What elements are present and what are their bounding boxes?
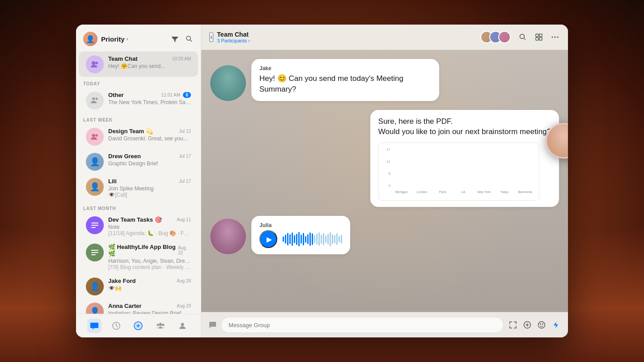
jake-ford-preview: 👁️🙌 — [108, 285, 191, 291]
nav-profile[interactable] — [175, 319, 190, 333]
chat-header: ‹ Team Chat 3 Participants › — [201, 25, 568, 50]
lightning-button[interactable] — [551, 320, 561, 330]
chat-item-other[interactable]: Other 11:01 AM 6 The New York Times, Pro… — [79, 88, 198, 113]
healthylife-time: Aug 22 — [178, 245, 191, 255]
add-button[interactable] — [522, 320, 532, 330]
other-badge: 6 — [183, 92, 191, 98]
jake-ford-name: Jake Ford — [108, 278, 136, 284]
svg-point-34 — [538, 322, 545, 328]
participant-avatar-3 — [498, 31, 511, 43]
app-window: 👤 Priority › — [76, 25, 568, 337]
chat-item-team-chat[interactable]: Team Chat 10:20 AM Hey! 🤗Can you send... — [79, 52, 198, 77]
chat-header-subtitle[interactable]: 3 Participants › — [217, 38, 480, 43]
lili-avatar: 👤 — [86, 178, 104, 196]
sidebar-title: Priority › — [101, 35, 128, 43]
jake-bubble: Jake Hey! 😊 Can you send me today's Meet… — [251, 59, 439, 101]
dev-team-name: Dev Team Tasks 🎯 — [108, 216, 162, 223]
chat-item-anna-carter[interactable]: 👤 Anna Carter Aug 29 Invitation: Review … — [79, 299, 198, 314]
design-team-info: Design Team 💫 Jul 12 David Grosenki: Gre… — [108, 128, 191, 142]
svg-rect-24 — [536, 34, 538, 37]
nav-chat[interactable] — [87, 319, 102, 333]
nav-compose[interactable] — [131, 319, 145, 333]
chat-header-info: Team Chat 3 Participants › — [217, 31, 480, 43]
message-outgoing: Sure, here is the PDF.Would you like to … — [210, 110, 559, 207]
audio-waveform — [283, 231, 342, 247]
nav-contacts[interactable] — [153, 319, 168, 333]
dev-team-preview: Note — [108, 224, 191, 230]
dev-team-preview2: [11/18] Agenda: 🐛 · Bug 🎨 · Feature ⚙️ — [108, 230, 191, 236]
julia-bubble: Julia ▶ — [251, 216, 350, 254]
chat-item-jake-ford[interactable]: 👤 Jake Ford Aug 28 👁️🙌 — [79, 274, 198, 299]
svg-point-29 — [555, 37, 556, 38]
anna-carter-name: Anna Carter — [108, 303, 141, 309]
chevron-icon: › — [127, 36, 128, 42]
svg-point-30 — [557, 37, 559, 38]
svg-point-35 — [540, 324, 541, 324]
audio-message: ▶ — [259, 230, 342, 248]
lili-name: Lili — [108, 178, 117, 185]
nav-clock[interactable] — [109, 319, 123, 333]
header-layout-button[interactable] — [534, 32, 544, 42]
healthylife-info: 🌿 HealthyLife App Blog 🌿 Aug 22 Harrison… — [108, 244, 191, 270]
emoji-button[interactable] — [537, 320, 547, 330]
julia-sender: Julia — [259, 222, 342, 228]
chat-header-title: Team Chat — [217, 31, 480, 38]
sidebar-header: 👤 Priority › — [76, 25, 201, 52]
svg-point-2 — [92, 61, 95, 65]
svg-marker-37 — [554, 322, 558, 328]
message-input[interactable] — [221, 317, 504, 333]
anna-carter-preview: Invitation: Review Design Brief — [108, 310, 191, 314]
other-name: Other — [108, 92, 124, 98]
bottom-nav — [76, 314, 201, 337]
chat-item-dev-team[interactable]: Dev Team Tasks 🎯 Aug 11 Note [11/18] Age… — [79, 213, 198, 240]
svg-point-28 — [552, 37, 553, 38]
healthylife-preview: Harrison, You, Angie, Sivan, Drew... — [108, 258, 191, 264]
svg-rect-9 — [91, 225, 98, 226]
chat-item-healthylife[interactable]: 🌿 HealthyLife App Blog 🌿 Aug 22 Harrison… — [79, 240, 198, 274]
jake-ford-time: Aug 28 — [177, 278, 191, 283]
jake-avatar — [210, 65, 246, 101]
chat-item-lili[interactable]: 👤 Lili Jul 17 Join Spike Meeting 👁️[Call… — [79, 174, 198, 202]
dev-team-info: Dev Team Tasks 🎯 Aug 11 Note [11/18] Age… — [108, 216, 191, 236]
lili-time: Jul 17 — [179, 179, 191, 184]
drew-green-preview: Graphic Design Brief — [108, 160, 191, 167]
chat-item-drew-green[interactable]: 👤 Drew Green Jul 17 Graphic Design Brief — [79, 149, 198, 174]
search-button[interactable] — [185, 34, 194, 43]
sidebar: 👤 Priority › — [76, 25, 201, 337]
dev-team-time: Aug 11 — [177, 217, 191, 222]
healthylife-avatar — [86, 244, 104, 261]
header-search-button[interactable] — [518, 32, 528, 42]
svg-point-19 — [157, 324, 159, 326]
team-chat-time: 10:20 AM — [172, 56, 191, 61]
design-team-name: Design Team 💫 — [108, 128, 153, 135]
filter-button[interactable] — [170, 34, 179, 43]
svg-rect-8 — [91, 223, 98, 223]
message-icon — [208, 321, 216, 329]
chat-item-design-team[interactable]: Design Team 💫 Jul 12 David Grosenki: Gre… — [79, 124, 198, 149]
svg-point-0 — [186, 36, 191, 40]
svg-rect-25 — [539, 34, 542, 37]
jake-ford-avatar: 👤 — [86, 278, 104, 295]
anna-carter-avatar: 👤 — [86, 303, 104, 314]
team-chat-avatar — [86, 55, 104, 73]
svg-point-20 — [162, 324, 164, 326]
outgoing-bubble: Sure, here is the PDF.Would you like to … — [370, 110, 559, 207]
jake-ford-info: Jake Ford Aug 28 👁️🙌 — [108, 278, 191, 291]
svg-point-3 — [95, 62, 98, 64]
svg-rect-27 — [539, 38, 542, 40]
svg-point-7 — [95, 134, 98, 137]
drew-green-time: Jul 17 — [179, 154, 191, 159]
lili-preview2: 👁️[Call] — [108, 192, 191, 198]
anna-carter-time: Aug 29 — [177, 303, 191, 308]
message-jake: Jake Hey! 😊 Can you send me today's Meet… — [210, 59, 559, 101]
svg-point-18 — [159, 323, 162, 326]
svg-point-5 — [96, 98, 98, 100]
play-button[interactable]: ▶ — [259, 230, 277, 248]
section-last-month: LAST MONTH — [76, 202, 201, 213]
back-button[interactable]: ‹ — [209, 32, 213, 42]
conversation-list: Team Chat 10:20 AM Hey! 🤗Can you send...… — [76, 52, 201, 314]
other-info: Other 11:01 AM 6 The New York Times, Pro… — [108, 92, 191, 105]
svg-point-6 — [92, 134, 95, 137]
expand-button[interactable] — [508, 320, 518, 330]
header-more-button[interactable] — [550, 32, 560, 42]
